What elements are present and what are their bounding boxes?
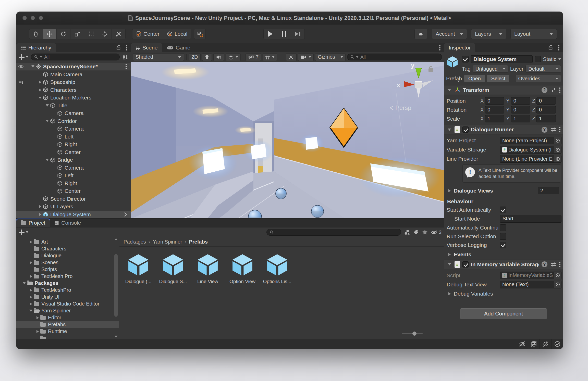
help-icon[interactable]: ?: [542, 261, 547, 267]
field-rotation-y[interactable]: 0: [511, 106, 530, 113]
search-by-label-icon[interactable]: [413, 229, 419, 235]
custom-tools-button[interactable]: [112, 29, 126, 39]
field-scale-x[interactable]: 1: [485, 115, 504, 122]
expand-arrow[interactable]: [35, 330, 40, 333]
search-by-type-icon[interactable]: [404, 229, 410, 236]
cache-server-disabled-button[interactable]: [528, 339, 540, 349]
layer-dropdown[interactable]: Default: [525, 65, 561, 73]
expand-arrow[interactable]: [35, 316, 40, 319]
expand-arrow[interactable]: [37, 213, 43, 216]
audio-toggle-button[interactable]: [213, 53, 224, 61]
dialogue-views-count-field[interactable]: 2: [538, 187, 559, 194]
scroll-down-arrow[interactable]: [115, 336, 118, 338]
scene-visibility-button[interactable]: 7: [246, 53, 261, 61]
hierarchy-item-characters[interactable]: Characters: [16, 86, 131, 94]
scene-camera-dropdown[interactable]: [298, 53, 314, 61]
hierarchy-item-center[interactable]: Center: [16, 148, 131, 156]
project-folder-packages[interactable]: Packages: [16, 280, 119, 287]
start-node-field[interactable]: Start: [500, 215, 561, 223]
prefab-select-button[interactable]: Select: [487, 75, 510, 82]
breadcrumb-packages[interactable]: Packages: [124, 239, 146, 245]
prefab-open-button[interactable]: Open: [464, 75, 485, 82]
debugger-disabled-button[interactable]: [516, 339, 528, 349]
hierarchy-item-camera[interactable]: Camera: [16, 164, 131, 172]
expand-arrow[interactable]: [28, 289, 34, 292]
memory-storage-header[interactable]: # In Memory Variable Storage ?: [444, 260, 563, 269]
project-folder-visual-studio-code-editor[interactable]: Visual Studio Code Editor: [16, 300, 119, 307]
tab-project[interactable]: Project: [16, 219, 50, 227]
rect-tool-button[interactable]: [84, 29, 98, 39]
project-folder-yarn-spinner[interactable]: Yarn Spinner: [16, 307, 119, 314]
field-scale-z[interactable]: 1: [536, 115, 556, 122]
tag-dropdown[interactable]: Untagged: [473, 65, 508, 73]
grid-snapping-button[interactable]: [194, 29, 206, 39]
expand-arrow[interactable]: [28, 296, 34, 299]
field-rotation-z[interactable]: 0: [536, 106, 556, 113]
collapse-arrow[interactable]: [28, 310, 34, 312]
slider-knob[interactable]: [412, 332, 416, 336]
object-picker-icon[interactable]: [554, 281, 561, 288]
object-picker-icon[interactable]: [554, 146, 561, 153]
titlebar[interactable]: SpaceJourneyScene - New Unity Project - …: [16, 12, 563, 24]
visibility-eye-icon[interactable]: [18, 80, 24, 84]
create-add-button[interactable]: [19, 230, 28, 235]
2d-toggle-button[interactable]: 2D: [189, 53, 201, 61]
prefab-asset-options-lis[interactable]: Options Lis...: [265, 253, 289, 284]
run-selected-checkbox[interactable]: [500, 233, 506, 240]
cloud-services-button[interactable]: [414, 29, 427, 39]
line-provider-field[interactable]: None (Line Provider E: [500, 155, 561, 163]
help-icon[interactable]: ?: [542, 87, 547, 93]
presets-icon[interactable]: [550, 262, 556, 267]
project-tree-scrollbar[interactable]: [114, 237, 118, 339]
overrides-dropdown[interactable]: Overrides: [515, 75, 561, 82]
rotate-tool-button[interactable]: [57, 29, 70, 39]
project-visibility-button[interactable]: 3: [431, 230, 442, 235]
favorites-star-icon[interactable]: [422, 229, 428, 235]
static-checkbox[interactable]: [535, 56, 541, 62]
hierarchy-item-location-markers[interactable]: Location Markers: [16, 94, 131, 102]
prefab-open-chevron[interactable]: [123, 212, 127, 217]
object-picker-icon[interactable]: [554, 137, 561, 144]
collapse-arrow[interactable]: [44, 120, 50, 122]
move-tool-button[interactable]: [43, 29, 57, 39]
component-enabled-checkbox[interactable]: [462, 126, 469, 133]
prefab-asset-dialogue[interactable]: Dialogue (...: [126, 253, 151, 284]
kebab-menu-icon[interactable]: [558, 47, 559, 48]
kebab-menu-icon[interactable]: [126, 47, 127, 48]
hierarchy-item-ui-layers[interactable]: UI Layers: [16, 203, 131, 211]
variable-storage-field[interactable]: #Dialogue System (I: [500, 146, 561, 154]
shading-mode-dropdown[interactable]: Shaded: [133, 53, 184, 61]
object-picker-icon[interactable]: [554, 155, 561, 162]
field-scale-y[interactable]: 1: [511, 115, 530, 122]
grid-visibility-dropdown[interactable]: [263, 53, 277, 61]
start-automatically-checkbox[interactable]: [500, 207, 506, 213]
kebab-menu-icon[interactable]: [126, 66, 127, 67]
presets-icon[interactable]: [550, 87, 556, 93]
thumbnail-zoom-slider[interactable]: [402, 333, 423, 334]
hierarchy-item-right[interactable]: Right: [16, 141, 131, 148]
verbose-logging-checkbox[interactable]: [500, 242, 506, 248]
kebab-menu-icon[interactable]: [559, 129, 560, 130]
expand-arrow[interactable]: [37, 81, 43, 84]
field-position-x[interactable]: 0: [485, 97, 504, 105]
lock-icon[interactable]: [116, 45, 121, 50]
tab-game[interactable]: Game: [162, 43, 195, 52]
yarn-project-field[interactable]: None (Yarn Project): [500, 137, 561, 144]
prefab-asset-option-view[interactable]: Option View: [230, 253, 255, 284]
auto-refresh-disabled-button[interactable]: [540, 339, 551, 349]
collapse-arrow[interactable]: [37, 97, 43, 99]
project-folder-partial[interactable]: [16, 335, 119, 339]
project-folder-runtime[interactable]: Runtime: [16, 328, 119, 335]
hierarchy-item-bridge[interactable]: Bridge: [16, 156, 131, 164]
expand-arrow[interactable]: [28, 302, 34, 306]
breadcrumb-yarn-spinner[interactable]: Yarn Spinner: [153, 239, 182, 245]
project-folder-dialogue[interactable]: Dialogue: [16, 252, 119, 259]
scrollbar-thumb[interactable]: [114, 254, 118, 317]
sort-icon[interactable]: [122, 54, 128, 60]
debug-text-view-field[interactable]: None (Text): [500, 281, 561, 288]
create-add-button[interactable]: [19, 54, 28, 60]
hierarchy-item-spaceship[interactable]: Spaceship: [16, 78, 131, 86]
object-picker-icon[interactable]: [554, 272, 561, 279]
kebab-menu-icon[interactable]: [439, 47, 440, 48]
visibility-gutter[interactable]: [16, 80, 26, 84]
